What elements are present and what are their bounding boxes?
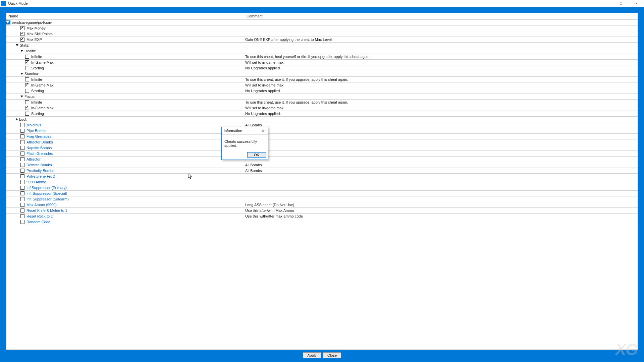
table-row[interactable]: Stats:	[6, 42, 638, 48]
table-row[interactable]: Random Code	[6, 219, 638, 225]
row-label[interactable]: Remote Bombs	[26, 163, 52, 167]
checkbox[interactable]	[20, 214, 24, 218]
row-label[interactable]: Random Code	[26, 220, 50, 224]
checkbox[interactable]	[20, 157, 24, 161]
table-row[interactable]: Napalm Bombs	[6, 145, 638, 150]
checkbox[interactable]	[20, 140, 24, 144]
row-label[interactable]: Max Ammo (9999)	[26, 203, 57, 207]
close-button[interactable]: Close	[323, 352, 341, 358]
checkbox[interactable]	[20, 169, 24, 173]
table-row[interactable]: Proximity BombsAll Bombs	[6, 168, 638, 173]
table-row[interactable]: InfiniteTo use this cheat, heal yourself…	[6, 54, 638, 59]
table-row[interactable]: In-Game MaxWill set to in-game max.	[6, 59, 638, 65]
checkbox[interactable]	[20, 134, 24, 138]
table-row[interactable]: Stamina:	[6, 71, 638, 76]
table-row[interactable]: Max EXPGain ONE EXP after applying the c…	[6, 37, 638, 42]
checkbox[interactable]	[25, 112, 29, 116]
row-label: Starting	[31, 89, 44, 93]
table-row[interactable]: InfiniteTo use this cheat, use it. If yo…	[6, 99, 638, 105]
checkbox[interactable]	[25, 83, 29, 87]
checkbox[interactable]	[25, 66, 29, 70]
row-label[interactable]: Inf. Suppressor (Sidearm)	[26, 197, 69, 201]
chevron-down-icon[interactable]	[20, 50, 23, 52]
checkbox[interactable]	[25, 77, 29, 81]
checkbox[interactable]	[20, 208, 24, 213]
checkbox[interactable]	[20, 123, 24, 127]
table-row[interactable]: Pipe BombsAll Bombs	[6, 128, 638, 133]
chevron-down-icon[interactable]	[16, 44, 18, 46]
table-row[interactable]: Polystyrene Fix 2	[6, 173, 638, 179]
checkbox[interactable]	[25, 55, 29, 59]
close-window-button[interactable]: ✕	[629, 0, 644, 7]
table-row[interactable]: StartingNo Upgrades applied.	[6, 111, 638, 116]
row-label[interactable]: Frag Grenades	[26, 134, 51, 138]
row-label[interactable]: Reset Knife & Melee to 1	[26, 208, 67, 213]
row-label[interactable]: Polystyrene Fix 2	[26, 174, 55, 178]
table-row[interactable]: InfiniteTo use this cheat, use it. If yo…	[6, 76, 638, 82]
header-name[interactable]: Name	[6, 13, 245, 19]
checkbox[interactable]	[25, 106, 29, 110]
table-row[interactable]: Max Money	[6, 25, 638, 31]
checkbox[interactable]	[20, 26, 24, 30]
row-label[interactable]: Inf. Suppressor (Special)	[26, 191, 67, 195]
table-row[interactable]: Frag Grenades	[6, 133, 638, 139]
row-label[interactable]: 9999 Ammo	[26, 180, 46, 184]
table-row[interactable]: Attractor	[6, 156, 638, 162]
table-row[interactable]: StartingNo Upgrades applied.	[6, 65, 638, 71]
table-row[interactable]: Remote BombsAll Bombs	[6, 162, 638, 168]
checkbox[interactable]	[25, 89, 29, 93]
table-row[interactable]: Loot:	[6, 116, 638, 122]
row-label[interactable]: Molotovs	[26, 123, 41, 127]
table-row[interactable]: Inf Suppressor (Primary)	[6, 185, 638, 190]
checkbox[interactable]	[20, 203, 24, 207]
table-row[interactable]: Max Skill Points	[6, 31, 638, 37]
table-row[interactable]: Reset Knife & Melee to 1Use this after/w…	[6, 207, 638, 213]
row-label[interactable]: Attractor	[26, 157, 41, 161]
row-label[interactable]: Napalm Bombs	[26, 146, 52, 150]
apply-button[interactable]: Apply	[303, 352, 321, 358]
chevron-right-icon[interactable]	[16, 118, 18, 121]
checkbox[interactable]	[20, 129, 24, 133]
checkbox[interactable]	[20, 186, 24, 190]
table-row[interactable]: Inf. Suppressor (Special)	[6, 190, 638, 196]
table-row[interactable]: In-Game MaxWill set to in-game max.	[6, 82, 638, 88]
table-row[interactable]: Max Ammo (9999)Long ASS code! (Do Not Us…	[6, 202, 638, 207]
chevron-down-icon[interactable]	[20, 96, 23, 98]
table-row[interactable]: Focus:	[6, 94, 638, 99]
maximize-button[interactable]: ☐	[613, 0, 629, 7]
table-row[interactable]: In-Game MaxWill set to in-game max.	[6, 105, 638, 111]
header-comment[interactable]: Comment	[245, 13, 638, 19]
row-label[interactable]: Pipe Bombs	[26, 129, 46, 133]
checkbox[interactable]	[25, 60, 29, 64]
dialog-close-icon[interactable]: ✕	[260, 128, 266, 133]
checkbox[interactable]	[20, 180, 24, 184]
table-row[interactable]: 9999 Ammo	[6, 179, 638, 185]
chevron-down-icon[interactable]	[20, 73, 23, 75]
table-row[interactable]: MolotovsAll Bombs	[6, 122, 638, 128]
checkbox[interactable]	[20, 146, 24, 150]
row-label[interactable]: Flash Grenades	[26, 152, 53, 156]
file-root-row[interactable]: bendsavegame\ps4\.sav	[6, 19, 638, 25]
checkbox[interactable]	[20, 38, 24, 42]
checkbox[interactable]	[20, 32, 24, 36]
row-label[interactable]: Inf Suppressor (Primary)	[26, 186, 67, 190]
checkbox[interactable]	[20, 163, 24, 167]
dialog-ok-button[interactable]: OK	[247, 152, 266, 158]
minimize-button[interactable]: —	[598, 0, 613, 7]
checkbox[interactable]	[20, 191, 24, 195]
checkbox[interactable]	[20, 174, 24, 178]
row-label[interactable]: Proximity Bombs	[26, 169, 54, 173]
table-row[interactable]: StartingNo Upgrades applied.	[6, 88, 638, 94]
table-row[interactable]: Inf. Suppressor (Sidearm)	[6, 196, 638, 202]
expand-icon[interactable]	[6, 20, 10, 24]
table-row[interactable]: Flash Grenades	[6, 150, 638, 156]
checkbox[interactable]	[25, 100, 29, 104]
table-row[interactable]: Attractor Bombs	[6, 139, 638, 145]
table-row[interactable]: Reset Rock to 1Use this with/after max a…	[6, 213, 638, 219]
row-label[interactable]: Reset Rock to 1	[26, 214, 53, 218]
checkbox[interactable]	[20, 220, 24, 224]
checkbox[interactable]	[20, 197, 24, 201]
row-label[interactable]: Attractor Bombs	[26, 140, 53, 144]
checkbox[interactable]	[20, 152, 24, 156]
table-row[interactable]: Health:	[6, 48, 638, 54]
